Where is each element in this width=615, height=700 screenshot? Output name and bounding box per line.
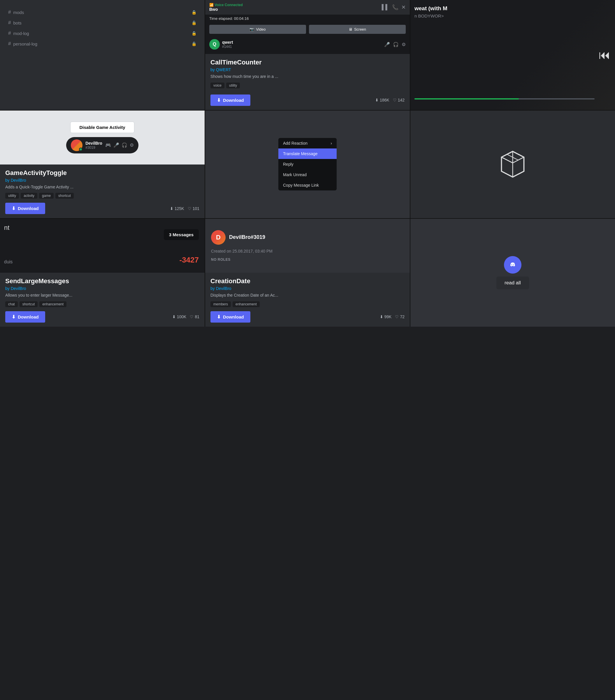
progress-bar-fill: [414, 98, 519, 99]
tag: voice: [210, 83, 225, 88]
heart-icon: ♡: [190, 314, 194, 319]
like-stat: ♡ 72: [395, 314, 405, 319]
tag: shortcut: [20, 301, 38, 307]
lock-icon: 🔒: [192, 10, 196, 15]
heart-icon: ♡: [395, 314, 399, 319]
card-body: CallTimeCounter by QWERT Shows how much …: [205, 54, 410, 110]
download-stat-icon: ⬇: [170, 206, 174, 211]
card-preview: Disable Game Activity DevilBro #3019 🎮 🎤…: [0, 111, 205, 164]
download-button[interactable]: ⬇ Download: [5, 203, 45, 214]
card-free-emojis: FreeEmojis by BetterDiscord If you don't…: [410, 111, 615, 218]
read-all-button: read all: [496, 276, 529, 289]
card-call-time-counter: 📶 Voice Connected Bwo ▌▌ 📞 ✕ Time elapse…: [205, 0, 410, 110]
download-stat: ⬇ 100K: [172, 314, 187, 319]
card-footer: ⬇ Download ⬇ 99K ♡ 72: [210, 311, 405, 323]
headphone-icon: 🎧: [393, 42, 399, 47]
settings-icon: ⚙: [130, 142, 134, 148]
stats: ⬇ 99K ♡ 72: [380, 314, 405, 319]
tag: members: [210, 301, 231, 307]
card-google-translate-option: Add Reaction › Translate Message Reply M…: [205, 111, 410, 218]
stats: ⬇ 125K ♡ 101: [170, 206, 200, 211]
plugin-desc: Allows you to enter larger Message...: [5, 292, 200, 298]
ctc-header: 📶 Voice Connected Bwo ▌▌ 📞 ✕: [205, 0, 410, 15]
card-creation-date: D DevilBro#3019 Created on 25.08.2017, 0…: [205, 219, 410, 327]
card-preview: weat (with M n BODYWOR> ⏮: [410, 0, 615, 110]
mic-icon: 🎤: [113, 142, 119, 148]
context-menu-item-translate: Translate Message: [278, 148, 337, 159]
spotify-subtitle: n BODYWOR>: [414, 13, 444, 18]
heart-icon: ♡: [188, 206, 192, 211]
card-read-all-notifications: read all ReadAllNotificationsB... by Dev…: [410, 219, 615, 327]
download-button[interactable]: ⬇ Download: [5, 311, 45, 323]
download-icon: ⬇: [12, 314, 15, 320]
stats: ⬇ 100K ♡ 81: [172, 314, 200, 319]
card-body: SendLargeMessages by DevilBro Allows you…: [0, 273, 205, 327]
plugin-author: by DevilBro: [5, 286, 200, 291]
channel-row: # bots 🔒: [8, 19, 196, 27]
sound-icon: ▌▌: [382, 4, 389, 11]
card-body: CreationDate by DevilBro Displays the Cr…: [205, 273, 410, 327]
like-stat: ♡ 101: [188, 206, 200, 211]
game-icon: 🎮: [105, 142, 111, 148]
lock-icon: 🔒: [192, 31, 196, 36]
call-icon: 📞: [392, 4, 398, 11]
channel-row: # personal-log 🔒: [8, 40, 196, 48]
plugin-author: by DevilBro: [210, 286, 405, 291]
plugin-name: CreationDate: [210, 277, 405, 285]
card-game-activity-toggle: Disable Game Activity DevilBro #3019 🎮 🎤…: [0, 111, 205, 218]
video-button[interactable]: 📷 Video: [209, 25, 306, 34]
avatar: D: [211, 230, 226, 245]
download-button[interactable]: ⬇ Download: [210, 95, 251, 106]
online-indicator: [79, 148, 82, 151]
like-stat: ♡ 142: [393, 98, 405, 102]
ctc-buttons: 📷 Video 🖥 Screen: [205, 23, 410, 36]
download-stat-icon: ⬇: [380, 314, 383, 319]
download-stat-icon: ⬇: [172, 314, 176, 319]
gat-status-bar: DevilBro #3019 🎮 🎤 🎧 ⚙: [66, 137, 139, 153]
download-stat: ⬇ 99K: [380, 314, 392, 319]
channel-row: # mods 🔒: [8, 8, 196, 16]
card-preview: Add Reaction › Translate Message Reply M…: [205, 111, 410, 218]
plugin-author: by DevilBro: [5, 178, 200, 183]
context-menu-item-reply: Reply: [278, 159, 337, 170]
card-show-hidden-channels: # mods 🔒 # bots 🔒 # mod-log 🔒 # personal…: [0, 0, 205, 110]
video-icon: 📷: [249, 27, 254, 32]
card-footer: ⬇ Download ⬇ 125K ♡ 101: [5, 203, 200, 214]
download-icon: ⬇: [217, 314, 221, 320]
card-preview: 📶 Voice Connected Bwo ▌▌ 📞 ✕ Time elapse…: [205, 0, 410, 54]
tag: game: [39, 193, 54, 199]
tag: activity: [21, 193, 37, 199]
close-icon: ✕: [401, 4, 406, 11]
card-spotify-controls: weat (with M n BODYWOR> ⏮ SpotifyControl…: [410, 0, 615, 110]
download-button[interactable]: ⬇ Download: [210, 311, 251, 323]
context-menu-item-mark-unread: Mark Unread: [278, 170, 337, 180]
avatar: [71, 139, 82, 151]
slm-label: nt: [4, 224, 9, 232]
screen-button[interactable]: 🖥 Screen: [309, 25, 406, 34]
gat-disable-button: Disable Game Activity: [70, 122, 134, 133]
plugin-grid: # mods 🔒 # bots 🔒 # mod-log 🔒 # personal…: [0, 0, 615, 327]
box-icon: [497, 148, 529, 180]
spotify-title: weat (with M: [414, 5, 447, 12]
download-icon: ⬇: [12, 205, 15, 211]
tag: utility: [226, 83, 240, 88]
card-preview: nt 3 Messages -3427 duis: [0, 219, 205, 273]
stats: ⬇ 186K ♡ 142: [375, 98, 405, 102]
mic-icon: 🎤: [384, 42, 390, 47]
skip-back-icon: ⏮: [599, 48, 610, 62]
card-preview: [410, 111, 615, 218]
slm-number: -3427: [180, 255, 199, 264]
download-stat: ⬇ 186K: [375, 98, 389, 102]
tags: voice utility: [210, 83, 405, 88]
card-preview: D DevilBro#3019 Created on 25.08.2017, 0…: [205, 219, 410, 273]
discord-logo-icon: [507, 259, 518, 270]
context-menu-item: Add Reaction ›: [278, 138, 337, 148]
download-stat: ⬇ 125K: [170, 206, 184, 211]
plugin-desc: Adds a Quick-Toggle Game Activity ...: [5, 184, 200, 190]
card-preview: read all: [410, 219, 615, 327]
avatar: [504, 256, 522, 274]
download-icon: ⬇: [217, 97, 221, 103]
tag: utility: [5, 193, 19, 199]
lock-icon: 🔒: [192, 21, 196, 25]
tag: chat: [5, 301, 18, 307]
